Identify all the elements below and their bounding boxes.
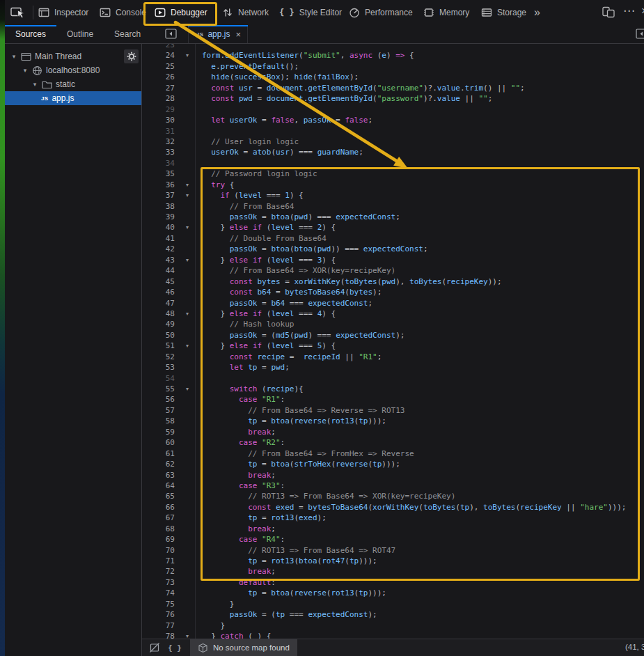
code-text[interactable]: // From Base64 — [195, 201, 644, 212]
line-number[interactable]: 76 — [142, 609, 180, 620]
code-text[interactable]: passOk = (tp === expectedConst); — [195, 609, 644, 620]
line-number[interactable]: 24 — [142, 50, 180, 61]
code-text[interactable]: } else if (level === 3) { — [195, 255, 644, 265]
line-number[interactable]: 74 — [142, 588, 180, 598]
tab-inspector[interactable]: Inspector — [38, 0, 88, 24]
code-text[interactable]: tp = rot13(exed); — [195, 513, 644, 523]
gear-icon[interactable] — [124, 49, 139, 63]
line-number[interactable]: 44 — [142, 265, 180, 276]
tab-console[interactable]: Console — [100, 0, 146, 24]
code-text[interactable]: // From Base64 => Reverse => ROT13 — [195, 405, 644, 416]
code-text[interactable]: // From Base64 => FromHex => Reverse — [195, 448, 644, 459]
line-number[interactable]: 28 — [142, 93, 180, 104]
panel-tab-outline[interactable]: Outline — [56, 25, 104, 43]
line-number[interactable]: 34 — [142, 158, 180, 169]
collapse-arrow-icon[interactable]: ▾ — [180, 190, 195, 201]
code-text[interactable]: // Double From Base64 — [195, 233, 644, 244]
more-tabs-icon[interactable]: » — [534, 0, 540, 24]
code-text[interactable]: passOk = b64 === expectedConst; — [195, 298, 644, 309]
line-number[interactable]: 66 — [142, 502, 180, 513]
line-number[interactable]: 61 — [142, 448, 180, 459]
code-text[interactable]: const pwd = document.getElementById("pas… — [195, 93, 644, 104]
collapse-sidebar-icon[interactable] — [165, 29, 177, 42]
code-text[interactable]: tp = btoa(strToHex(reverse(tp))); — [195, 459, 644, 469]
source-tab-appjs[interactable]: JS app.js × — [188, 25, 248, 43]
meatball-menu-icon[interactable]: ⋯ — [623, 5, 635, 17]
line-number[interactable]: 55 — [142, 384, 180, 394]
code-text[interactable] — [195, 373, 644, 384]
code-text[interactable]: // Password login logic — [195, 169, 644, 179]
line-number[interactable]: 72 — [142, 566, 180, 577]
code-text[interactable]: // ROT13 => From Base64 => XOR(key=recip… — [195, 491, 644, 501]
line-number[interactable]: 48 — [142, 309, 180, 319]
pick-element-icon[interactable] — [10, 6, 27, 22]
line-number[interactable]: 56 — [142, 394, 180, 405]
code-text[interactable]: const exed = bytesToBase64(xorWithKey(to… — [195, 502, 644, 513]
code-text[interactable]: case "R1": — [195, 394, 644, 405]
code-text[interactable]: // User login logic — [195, 136, 644, 147]
line-number[interactable]: 67 — [142, 513, 180, 523]
tree-item-main-thread[interactable]: ▾Main Thread — [5, 49, 141, 63]
tab-storage[interactable]: Storage — [481, 0, 526, 24]
code-text[interactable]: try { — [195, 180, 644, 190]
line-number[interactable]: 65 — [142, 491, 180, 501]
line-number[interactable]: 63 — [142, 470, 180, 481]
code-text[interactable]: if (level === 1) { — [195, 190, 644, 201]
close-tab-icon[interactable]: × — [235, 29, 241, 40]
line-number[interactable]: 29 — [142, 104, 180, 115]
code-text[interactable] — [195, 104, 644, 115]
code-editor[interactable]: 2324▾form.addEventListener("submit", asy… — [142, 44, 644, 639]
collapse-arrow-icon[interactable]: ▾ — [180, 341, 195, 351]
line-number[interactable]: 42 — [142, 244, 180, 254]
line-number[interactable]: 69 — [142, 534, 180, 545]
tab-network[interactable]: Network — [222, 0, 269, 24]
code-text[interactable]: break; — [195, 566, 644, 577]
code-text[interactable]: case "R4": — [195, 534, 644, 545]
line-number[interactable]: 53 — [142, 362, 180, 373]
code-text[interactable]: let tp = pwd; — [195, 362, 644, 373]
line-number[interactable]: 62 — [142, 459, 180, 469]
tree-item-app-js[interactable]: JSapp.js — [5, 91, 141, 105]
line-number[interactable]: 25 — [142, 61, 180, 72]
code-text[interactable]: case "R3": — [195, 481, 644, 491]
line-number[interactable]: 70 — [142, 545, 180, 556]
tree-item-localhost-8080[interactable]: ▾localhost:8080 — [5, 63, 141, 77]
line-number[interactable]: 36 — [142, 180, 180, 190]
code-text[interactable]: tp = btoa(reverse(rot13(tp))); — [195, 588, 644, 598]
code-text[interactable]: tp = btoa(reverse(rot13(tp))); — [195, 416, 644, 426]
code-text[interactable]: } — [195, 599, 644, 609]
line-number[interactable]: 39 — [142, 212, 180, 222]
line-number[interactable]: 32 — [142, 136, 180, 147]
line-number[interactable]: 51 — [142, 341, 180, 351]
line-number[interactable]: 40 — [142, 222, 180, 233]
code-text[interactable]: userOk = atob(usr) === guardName; — [195, 147, 644, 157]
tab-debugger[interactable]: Debugger — [155, 0, 207, 24]
ignore-source-icon[interactable] — [149, 642, 160, 653]
line-number[interactable]: 33 — [142, 147, 180, 157]
line-number[interactable]: 30 — [142, 115, 180, 125]
collapse-arrow-icon[interactable]: ▾ — [180, 255, 195, 265]
code-text[interactable]: } else if (level === 5) { — [195, 341, 644, 351]
code-text[interactable]: default: — [195, 577, 644, 588]
code-text[interactable]: // ROT13 => From Base64 => ROT47 — [195, 545, 644, 556]
line-number[interactable]: 27 — [142, 83, 180, 93]
collapse-arrow-icon[interactable]: ▾ — [180, 309, 195, 319]
line-number[interactable]: 59 — [142, 427, 180, 437]
line-number[interactable]: 75 — [142, 599, 180, 609]
code-text[interactable]: tp = rot13(btoa(rot47(tp))); — [195, 556, 644, 566]
code-text[interactable]: const b64 = bytesToBase64(bytes); — [195, 287, 644, 297]
code-text[interactable]: const bytes = xorWithKey(toBytes(pwd), t… — [195, 276, 644, 287]
code-text[interactable]: break; — [195, 427, 644, 437]
line-number[interactable]: 47 — [142, 298, 180, 309]
code-text[interactable]: passOk = btoa(pwd) === expectedConst; — [195, 212, 644, 222]
line-number[interactable]: 46 — [142, 287, 180, 297]
code-text[interactable]: form.addEventListener("submit", async (e… — [195, 50, 644, 61]
line-number[interactable]: 26 — [142, 72, 180, 82]
code-text[interactable]: const usr = document.getElementById("use… — [195, 83, 644, 93]
tab-style-editor[interactable]: { }Style Editor — [279, 0, 342, 24]
expand-arrow-icon[interactable]: ▾ — [22, 67, 29, 74]
collapse-arrow-icon[interactable]: ▾ — [180, 222, 195, 233]
code-text[interactable]: passOk = (md5(pwd) === expectedConst); — [195, 330, 644, 341]
line-number[interactable]: 43 — [142, 255, 180, 265]
code-text[interactable]: const recipe = recipeId || "R1"; — [195, 352, 644, 362]
